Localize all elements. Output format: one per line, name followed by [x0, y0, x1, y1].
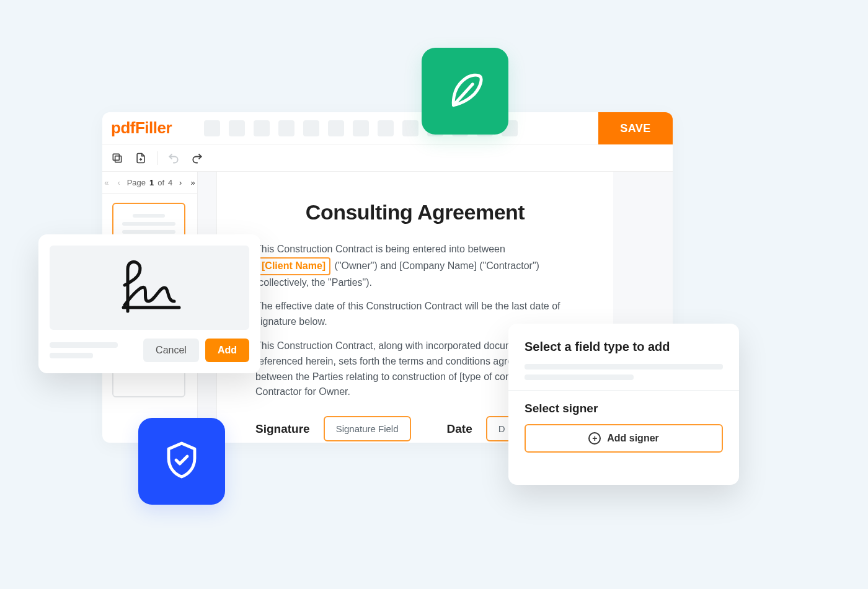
page-of: of — [157, 178, 164, 187]
copy-icon[interactable] — [110, 151, 125, 166]
sub-toolbar — [102, 144, 673, 172]
undo-icon[interactable] — [166, 151, 181, 166]
toolbar-placeholder — [204, 120, 220, 136]
toolbar-placeholder — [278, 120, 294, 136]
shield-check-icon — [159, 438, 204, 485]
toolbar-divider — [157, 151, 157, 165]
signature-glyph-icon — [100, 255, 199, 320]
client-name-field[interactable]: [Client Name] — [257, 257, 330, 275]
placeholder-lines — [50, 342, 137, 358]
cancel-button[interactable]: Cancel — [143, 339, 199, 362]
brand-logo: pdfFiller — [111, 118, 172, 138]
toolbar-placeholder — [229, 120, 245, 136]
feather-tile — [422, 48, 508, 135]
page-next-icon[interactable]: › — [176, 178, 185, 187]
signature-popup: Cancel Add — [38, 234, 260, 373]
signature-label: Signature — [255, 422, 310, 436]
signature-canvas[interactable] — [50, 246, 249, 330]
toolbar-placeholder — [303, 120, 319, 136]
toolbar-placeholder — [328, 120, 344, 136]
signature-field[interactable]: Signature Field — [324, 416, 411, 441]
field-popup-title: Select a field type to add — [525, 340, 723, 354]
top-toolbar: pdfFiller SAVE — [102, 112, 673, 144]
page-prev-icon[interactable]: ‹ — [115, 178, 123, 187]
document-title: Consulting Agreement — [255, 200, 575, 224]
field-type-popup: Select a field type to add Select signer… — [508, 324, 739, 485]
signature-actions: Cancel Add — [50, 339, 249, 362]
page-current: 1 — [149, 178, 154, 187]
page-total: 4 — [168, 178, 172, 187]
doc-paragraph-1: This Construction Contract is being ente… — [255, 242, 575, 290]
feather-icon — [442, 67, 488, 115]
toolbar-placeholder — [378, 120, 394, 136]
redo-icon[interactable] — [190, 151, 205, 166]
select-signer-title: Select signer — [525, 402, 723, 415]
shield-tile — [138, 418, 225, 505]
toolbar-placeholder — [353, 120, 369, 136]
svg-rect-0 — [115, 156, 122, 162]
toolbar-placeholder — [254, 120, 270, 136]
date-label: Date — [447, 422, 472, 436]
brand-suffix: Filler — [135, 118, 172, 137]
page-indicator: « ‹ Page 1 of 4 › » — [102, 172, 197, 194]
divider — [508, 390, 739, 391]
file-add-icon[interactable] — [133, 151, 148, 166]
save-button[interactable]: SAVE — [598, 112, 673, 144]
toolbar-placeholder — [402, 120, 418, 136]
page-prefix: Page — [127, 178, 146, 187]
svg-rect-1 — [113, 154, 119, 160]
add-signer-label: Add signer — [607, 433, 659, 444]
add-signer-button[interactable]: + Add signer — [525, 424, 723, 453]
brand-prefix: pdf — [111, 118, 135, 137]
page-last-icon[interactable]: » — [188, 178, 197, 187]
page-first-icon[interactable]: « — [102, 178, 111, 187]
plus-circle-icon: + — [588, 432, 601, 445]
add-button[interactable]: Add — [205, 339, 249, 362]
placeholder-lines — [525, 364, 723, 380]
